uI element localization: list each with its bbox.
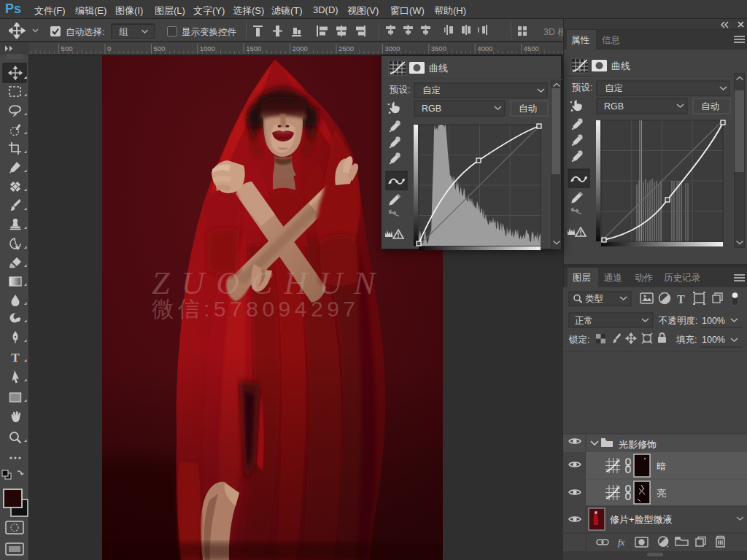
svg-text:RGB: RGB — [422, 104, 441, 114]
svg-text:微信:578094297: 微信:578094297 — [152, 297, 360, 321]
svg-text:曲线: 曲线 — [429, 63, 448, 74]
svg-text:0: 0 — [107, 44, 111, 52]
svg-text:修片+脸型微液: 修片+脸型微液 — [610, 514, 673, 525]
svg-text:自动: 自动 — [519, 104, 537, 114]
svg-text:100%: 100% — [702, 335, 725, 345]
svg-text:RGB: RGB — [604, 101, 624, 112]
svg-text:100%: 100% — [702, 316, 725, 326]
svg-text:自定: 自定 — [605, 83, 623, 93]
svg-text:500: 500 — [61, 44, 73, 52]
svg-text:填充:: 填充: — [676, 335, 697, 345]
svg-text:预设:: 预设: — [571, 82, 592, 93]
svg-text:锁定:: 锁定: — [568, 335, 589, 345]
svg-text:T: T — [11, 351, 20, 365]
svg-text:fx: fx — [618, 537, 625, 548]
svg-text:曲线: 曲线 — [611, 61, 630, 71]
svg-text:亮: 亮 — [657, 488, 666, 499]
svg-text:类型: 类型 — [585, 294, 603, 304]
svg-text:500: 500 — [153, 44, 165, 52]
svg-text:正常: 正常 — [575, 316, 593, 326]
svg-text:预设:: 预设: — [389, 85, 410, 95]
svg-text:自动: 自动 — [701, 101, 719, 112]
svg-text:T: T — [677, 293, 685, 306]
svg-text:ZUOCHUN: ZUOCHUN — [152, 265, 387, 301]
svg-text:暗: 暗 — [657, 461, 666, 472]
svg-text:光影修饰: 光影修饰 — [619, 439, 657, 450]
svg-text:不透明度:: 不透明度: — [658, 316, 697, 326]
svg-text:自定: 自定 — [422, 85, 441, 96]
